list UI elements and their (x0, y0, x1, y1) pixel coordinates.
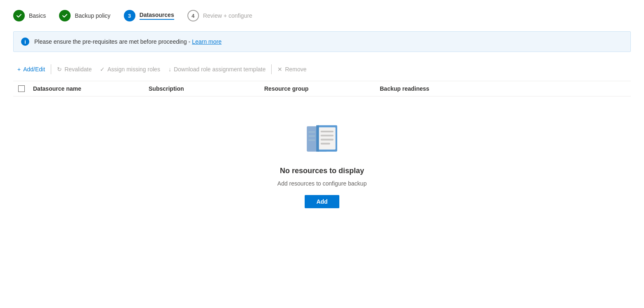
add-resources-button[interactable]: Add (305, 195, 339, 208)
step-review-circle: 4 (187, 10, 199, 21)
empty-state-icon (301, 121, 343, 158)
select-all-checkbox[interactable] (18, 85, 25, 92)
assign-roles-button[interactable]: ✓ Assign missing roles (96, 63, 164, 75)
info-icon: i (21, 38, 29, 46)
table-container: Datasource name Subscription Resource gr… (13, 81, 631, 225)
svg-rect-2 (319, 127, 336, 150)
wizard-steps: Basics Backup policy 3 Datasources 4 Rev… (13, 10, 631, 21)
col-resource-group: Resource group (261, 85, 376, 92)
svg-rect-7 (316, 125, 319, 152)
step-basics-label: Basics (29, 12, 46, 19)
step-backup-policy-label: Backup policy (75, 12, 110, 19)
svg-rect-9 (308, 135, 315, 136)
remove-icon: ✕ (277, 66, 282, 73)
empty-state: No resources to display Add resources to… (13, 96, 631, 225)
revalidate-icon: ↻ (57, 66, 62, 73)
toolbar-separator-2 (271, 64, 272, 74)
revalidate-button[interactable]: ↻ Revalidate (53, 63, 96, 75)
step-datasources-circle: 3 (124, 10, 135, 21)
step-datasources-number: 3 (128, 13, 131, 19)
step-backup-policy-circle (59, 10, 71, 21)
svg-rect-3 (321, 131, 334, 132)
learn-more-link[interactable]: Learn more (192, 38, 222, 45)
svg-rect-5 (321, 139, 334, 141)
step-basics-circle (13, 10, 25, 21)
svg-rect-8 (308, 132, 315, 133)
step-review-label: Review + configure (203, 12, 252, 19)
svg-rect-4 (321, 135, 334, 136)
select-all-cell (13, 85, 30, 92)
svg-rect-10 (308, 139, 315, 141)
col-backup-readiness: Backup readiness (376, 85, 492, 92)
step-datasources[interactable]: 3 Datasources (124, 10, 174, 21)
step-review[interactable]: 4 Review + configure (187, 10, 252, 21)
info-text: Please ensure the pre-requisites are met… (34, 38, 222, 45)
col-subscription: Subscription (145, 85, 261, 92)
col-datasource-name: Datasource name (30, 85, 145, 92)
info-banner: i Please ensure the pre-requisites are m… (13, 31, 631, 52)
checkmark-icon: ✓ (100, 66, 105, 73)
step-datasources-label: Datasources (140, 12, 174, 20)
table-header: Datasource name Subscription Resource gr… (13, 81, 631, 96)
step-backup-policy[interactable]: Backup policy (59, 10, 110, 21)
page-container: Basics Backup policy 3 Datasources 4 Rev… (0, 0, 644, 308)
toolbar: + Add/Edit ↻ Revalidate ✓ Assign missing… (13, 63, 631, 75)
empty-state-title: No resources to display (280, 167, 364, 175)
download-icon: ↓ (168, 66, 171, 73)
svg-rect-6 (321, 143, 330, 144)
add-edit-button[interactable]: + Add/Edit (13, 63, 49, 75)
step-basics[interactable]: Basics (13, 10, 46, 21)
toolbar-separator-1 (51, 64, 51, 74)
download-template-button[interactable]: ↓ Download role assignment template (164, 63, 270, 75)
step-review-number: 4 (192, 13, 194, 19)
empty-state-subtitle: Add resources to configure backup (277, 180, 367, 187)
plus-icon: + (17, 66, 21, 73)
remove-button[interactable]: ✕ Remove (273, 63, 310, 75)
